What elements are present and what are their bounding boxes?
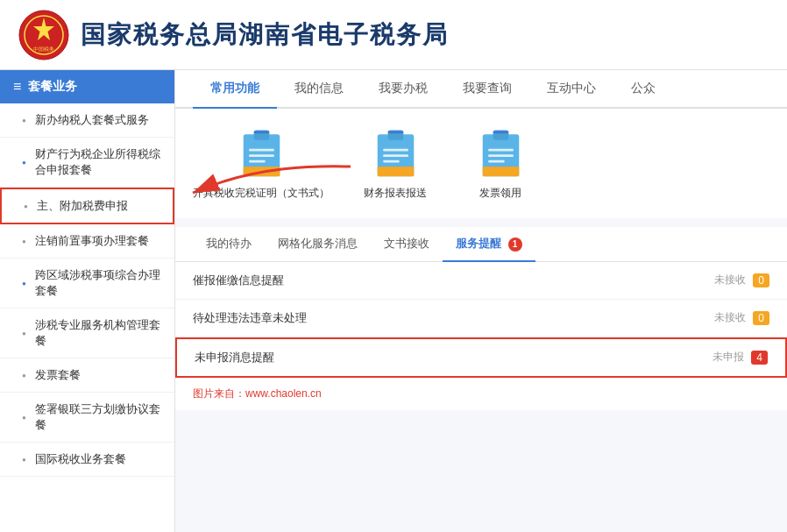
func-label-tax-cert: 开具税收完税证明（文书式） — [193, 186, 330, 201]
tab-tax-handle[interactable]: 我要办税 — [361, 70, 445, 109]
content-area: 常用功能 我的信息 我要办税 我要查询 互动中心 公众 — [175, 70, 787, 532]
bullet-icon: ● — [22, 414, 26, 422]
sidebar-item-main-tax[interactable]: ● 主、附加税费申报 — [0, 188, 174, 224]
svg-rect-7 — [249, 149, 274, 152]
layers-icon: ≡ — [13, 79, 21, 95]
sidebar: ≡ 套餐业务 ● 新办纳税人套餐式服务 ● 财产行为税企业所得税综合申报套餐 ●… — [0, 70, 175, 532]
svg-rect-16 — [383, 160, 399, 163]
svg-rect-8 — [249, 154, 274, 157]
sidebar-item-label: 新办纳税人套餐式服务 — [35, 112, 149, 128]
notif-label-pending-violation: 待处理违法违章未处理 — [193, 310, 307, 326]
svg-rect-22 — [488, 154, 514, 157]
sidebar-item-label: 签署银联三方划缴协议套餐 — [35, 401, 161, 433]
bottom-tab-service-remind[interactable]: 服务提醒 1 — [443, 227, 535, 262]
top-tabs: 常用功能 我的信息 我要办税 我要查询 互动中心 公众 — [175, 70, 787, 109]
sidebar-item-label: 跨区域涉税事项综合办理套餐 — [35, 267, 161, 299]
func-card-financial-report[interactable]: 财务报表报送 — [356, 126, 435, 201]
bottom-tab-network-service[interactable]: 网格化服务消息 — [265, 227, 371, 262]
sidebar-item-invoice[interactable]: ● 发票套餐 — [0, 358, 174, 393]
tab-interact[interactable]: 互动中心 — [529, 70, 613, 109]
notif-count-unreported: 4 — [751, 351, 768, 365]
sidebar-header-label: 套餐业务 — [28, 79, 77, 95]
notif-row-unreported[interactable]: 未申报消息提醒 未申报 4 — [175, 337, 787, 378]
sidebar-item-bank-agreement[interactable]: ● 签署银联三方划缴协议套餐 — [0, 393, 174, 443]
notif-count-pending-violation: 0 — [753, 311, 769, 325]
sidebar-item-label: 国际税收业务套餐 — [35, 451, 126, 467]
notif-label-urge-pay: 催报催缴信息提醒 — [193, 273, 284, 288]
notif-status-urge-pay: 未接收 0 — [714, 273, 769, 287]
sidebar-item-deregister[interactable]: ● 注销前置事项办理套餐 — [0, 224, 174, 259]
notif-row-urge-pay[interactable]: 催报催缴信息提醒 未接收 0 — [175, 262, 787, 300]
svg-rect-23 — [488, 160, 504, 163]
svg-rect-14 — [383, 149, 408, 152]
svg-rect-21 — [488, 149, 514, 152]
sidebar-item-tax-service[interactable]: ● 涉税专业服务机构管理套餐 — [0, 309, 174, 358]
bottom-section: 我的待办 网格化服务消息 文书接收 服务提醒 1 催报催缴信息提醒 未接收 0 … — [175, 227, 787, 410]
sidebar-item-international[interactable]: ● 国际税收业务套餐 — [0, 443, 174, 477]
sidebar-item-property-tax[interactable]: ● 财产行为税企业所得税综合申报套餐 — [0, 138, 174, 188]
bullet-icon: ● — [22, 117, 26, 124]
footer-text: 图片来自：www.chaolen.cn — [175, 378, 787, 410]
bullet-icon: ● — [24, 202, 28, 210]
bullet-icon: ● — [22, 159, 26, 167]
sidebar-header: ≡ 套餐业务 — [0, 70, 174, 103]
sidebar-item-new-taxpayer[interactable]: ● 新办纳税人套餐式服务 — [0, 103, 174, 138]
notif-count-urge-pay: 0 — [753, 273, 769, 287]
bullet-icon: ● — [22, 330, 26, 337]
logo-emblem: 中国税务 — [18, 9, 70, 61]
func-card-invoice-receive[interactable]: 发票领用 — [461, 126, 540, 201]
svg-rect-24 — [493, 131, 508, 134]
header: 中国税务 国家税务总局湖南省电子税务局 — [0, 0, 787, 70]
bottom-tab-pending[interactable]: 我的待办 — [193, 227, 265, 262]
clipboard-icon — [238, 126, 286, 179]
bullet-icon: ● — [22, 280, 26, 287]
notif-status-unreported: 未申报 4 — [713, 350, 768, 365]
function-area: 开具税收完税证明（文书式） 财务报表报送 — [175, 109, 787, 218]
notif-row-pending-violation[interactable]: 待处理违法违章未处理 未接收 0 — [175, 300, 787, 337]
svg-rect-9 — [249, 160, 265, 163]
svg-rect-11 — [243, 167, 280, 176]
svg-rect-18 — [377, 167, 414, 176]
svg-text:中国税务: 中国税务 — [33, 46, 54, 52]
sidebar-item-cross-region[interactable]: ● 跨区域涉税事项综合办理套餐 — [0, 259, 174, 309]
func-card-tax-cert[interactable]: 开具税收完税证明（文书式） — [193, 126, 330, 201]
tab-tax-query[interactable]: 我要查询 — [445, 70, 529, 109]
sidebar-item-label: 发票套餐 — [35, 367, 81, 383]
tab-my-info[interactable]: 我的信息 — [277, 70, 361, 109]
service-remind-badge: 1 — [508, 238, 522, 252]
svg-rect-15 — [383, 154, 408, 157]
func-label-financial-report: 财务报表报送 — [364, 186, 427, 201]
sidebar-item-label: 注销前置事项办理套餐 — [35, 233, 149, 249]
sidebar-item-label: 主、附加税费申报 — [37, 198, 128, 214]
bullet-icon: ● — [22, 372, 26, 379]
logo-area: 中国税务 国家税务总局湖南省电子税务局 — [18, 9, 449, 61]
notif-label-unreported: 未申报消息提醒 — [195, 350, 274, 365]
svg-rect-10 — [253, 131, 269, 134]
bullet-icon: ● — [22, 238, 26, 245]
notif-status-pending-violation: 未接收 0 — [714, 310, 769, 325]
svg-rect-17 — [387, 131, 403, 134]
main-layout: ≡ 套餐业务 ● 新办纳税人套餐式服务 ● 财产行为税企业所得税综合申报套餐 ●… — [0, 70, 787, 532]
svg-rect-25 — [482, 167, 519, 176]
bottom-tab-doc-receive[interactable]: 文书接收 — [371, 227, 443, 262]
bullet-icon: ● — [22, 456, 26, 464]
bottom-tabs: 我的待办 网格化服务消息 文书接收 服务提醒 1 — [175, 227, 787, 262]
tab-common[interactable]: 常用功能 — [193, 70, 277, 109]
sidebar-item-label: 财产行为税企业所得税综合申报套餐 — [35, 146, 161, 178]
func-label-invoice-receive: 发票领用 — [479, 186, 521, 201]
clipboard-icon-3 — [477, 126, 525, 179]
clipboard-icon-2 — [372, 126, 420, 179]
tab-public[interactable]: 公众 — [613, 70, 673, 109]
header-title: 国家税务总局湖南省电子税务局 — [81, 18, 449, 52]
sidebar-item-label: 涉税专业服务机构管理套餐 — [35, 317, 161, 349]
